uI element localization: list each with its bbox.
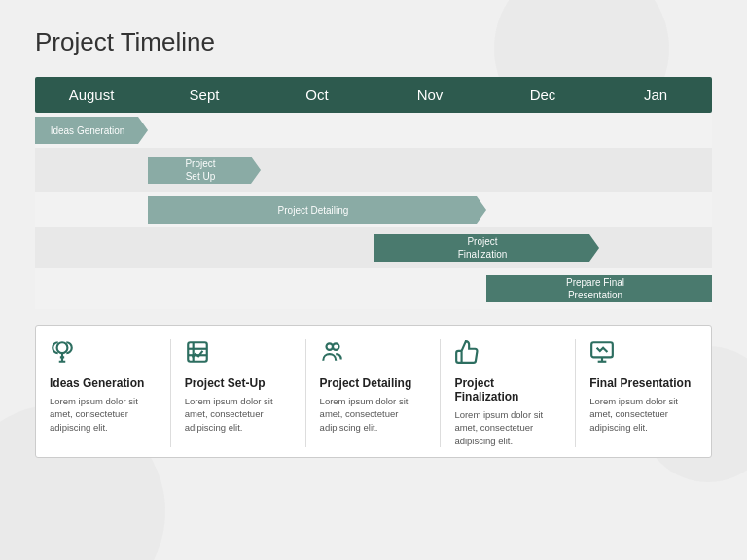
- card-setup: Project Set-Up Lorem ipsum dolor sit ame…: [171, 339, 306, 447]
- svg-rect-2: [188, 342, 207, 362]
- month-dec: Dec: [486, 77, 599, 113]
- month-oct: Oct: [261, 77, 374, 113]
- card-setup-text: Lorem ipsum dolor sit amet, consectetuer…: [185, 395, 292, 434]
- card-finalization-title: Project Finalization: [454, 376, 561, 403]
- month-nov: Nov: [374, 77, 486, 113]
- chart-icon: [185, 339, 210, 370]
- card-detailing-text: Lorem ipsum dolor sit amet, consectetuer…: [320, 395, 427, 434]
- bar-ideas: Ideas Generation: [35, 117, 148, 144]
- presentation-icon: [589, 339, 615, 370]
- card-setup-title: Project Set-Up: [185, 376, 266, 390]
- bar-detailing: Project Detailing: [148, 196, 486, 224]
- gantt-row-setup: ProjectSet Up: [35, 148, 712, 192]
- people-icon: [320, 339, 345, 370]
- bar-final-presentation: Prepare FinalPresentation: [486, 275, 712, 302]
- svg-point-0: [57, 342, 68, 353]
- card-ideas-title: Ideas Generation: [50, 376, 144, 390]
- card-final-presentation: Final Presentation Lorem ipsum dolor sit…: [576, 339, 711, 447]
- month-sept: Sept: [148, 77, 261, 113]
- card-detailing: Project Detailing Lorem ipsum dolor sit …: [306, 339, 442, 447]
- card-final-presentation-text: Lorem ipsum dolor sit amet, consectetuer…: [589, 395, 697, 434]
- gantt-area: Ideas Generation ProjectSet Up Project D…: [35, 113, 712, 309]
- gantt-row-finalization: ProjectFinalization: [35, 228, 712, 268]
- card-detailing-title: Project Detailing: [320, 376, 412, 390]
- gantt-row-presentation: Prepare FinalPresentation: [35, 268, 712, 309]
- lightbulb-icon: [50, 339, 75, 370]
- bar-setup: ProjectSet Up: [148, 157, 261, 184]
- bar-finalization: ProjectFinalization: [374, 234, 599, 262]
- month-jan: Jan: [599, 77, 712, 113]
- card-finalization: Project Finalization Lorem ipsum dolor s…: [441, 339, 576, 447]
- card-ideas-text: Lorem ipsum dolor sit amet, consectetuer…: [50, 395, 157, 434]
- cards-section: Ideas Generation Lorem ipsum dolor sit a…: [35, 325, 712, 458]
- thumbsup-icon: [454, 339, 480, 370]
- gantt-row-detailing: Project Detailing: [35, 192, 712, 228]
- gantt-row-ideas: Ideas Generation: [35, 113, 712, 148]
- month-august: August: [35, 77, 148, 113]
- card-ideas: Ideas Generation Lorem ipsum dolor sit a…: [36, 339, 171, 447]
- timeline-header: August Sept Oct Nov Dec Jan: [35, 77, 712, 113]
- card-finalization-text: Lorem ipsum dolor sit amet, consectetuer…: [454, 408, 561, 447]
- svg-point-6: [333, 343, 339, 350]
- card-final-presentation-title: Final Presentation: [589, 376, 691, 390]
- page-title: Project Timeline: [35, 27, 712, 57]
